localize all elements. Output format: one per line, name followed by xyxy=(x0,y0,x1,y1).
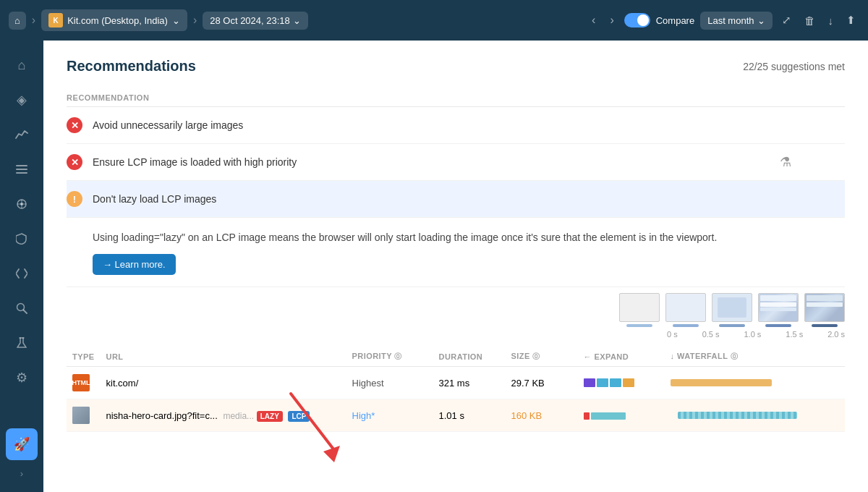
error-icon-2: ✕ xyxy=(67,154,82,170)
th-duration: DURATION xyxy=(433,347,506,367)
rec-icon-2: ✕ xyxy=(67,144,93,181)
last-month-selector[interactable]: Last month ⌄ xyxy=(700,12,772,30)
sidebar-item-performance[interactable] xyxy=(6,119,38,150)
size-help-icon: ⓪ xyxy=(532,352,540,360)
resource-priority-1: Highest xyxy=(346,367,433,399)
sidebar-item-list[interactable] xyxy=(6,153,38,185)
media-label: media... xyxy=(223,411,254,421)
nav-prev-button[interactable]: ‹ xyxy=(587,11,600,30)
svg-line-8 xyxy=(24,310,27,314)
flask-header xyxy=(780,89,845,107)
recommendations-table: RECOMMENDATION ✕ Avoid unnecessarily lar… xyxy=(67,89,845,218)
thumb-5 xyxy=(804,293,845,327)
waterfall-bar-2-fill xyxy=(678,412,797,419)
sidebar-item-layers[interactable]: ◈ xyxy=(6,84,38,116)
date-selector[interactable]: 28 Oct 2024, 23:18 ⌄ xyxy=(203,12,308,30)
sidebar-expand[interactable]: › xyxy=(6,463,38,483)
sidebar-item-lab[interactable] xyxy=(6,327,38,359)
rec-text-1: Avoid unnecessarily large images xyxy=(93,107,780,144)
suggestions-met: 22/25 suggestions met xyxy=(743,61,845,72)
thumb-bar-5 xyxy=(812,324,838,327)
time-0s: 0 s xyxy=(667,330,678,339)
last-month-chevron: ⌄ xyxy=(757,15,765,26)
open-new-button[interactable]: ⤢ xyxy=(778,10,795,30)
error-icon-1: ✕ xyxy=(67,117,82,133)
resource-waterfall-2 xyxy=(665,399,846,432)
flask-icon: ⚗ xyxy=(780,155,791,169)
sidebar: ⌂ ◈ xyxy=(0,41,43,492)
home-button[interactable]: ⌂ xyxy=(9,12,26,30)
page-title: Recommendations xyxy=(67,58,196,75)
main-layout: ⌂ ◈ xyxy=(0,41,868,492)
resource-waterfall-1 xyxy=(665,367,846,399)
detail-text: Using loading="lazy" on an LCP image mea… xyxy=(93,229,744,245)
rec-row-3[interactable]: ! Don't lazy load LCP images xyxy=(67,181,845,218)
thumb-img-5 xyxy=(804,293,845,322)
date-label: 28 Oct 2024, 23:18 xyxy=(210,15,290,26)
separator-1: › xyxy=(32,14,35,27)
time-20s: 2.0 s xyxy=(827,330,845,339)
content-area: Recommendations 22/25 suggestions met RE… xyxy=(43,41,868,492)
bar-segments-1 xyxy=(584,378,659,387)
thumb-4 xyxy=(758,293,799,327)
resource-size-2: 160 KB xyxy=(506,399,578,432)
compare-toggle-track[interactable] xyxy=(624,13,650,27)
site-chevron: ⌄ xyxy=(172,15,180,26)
svg-rect-1 xyxy=(16,169,27,170)
bar-seg-1d xyxy=(623,378,634,387)
sidebar-item-home[interactable]: ⌂ xyxy=(6,49,38,81)
thumb-bar-2 xyxy=(673,324,699,327)
priority-help-icon: ⓪ xyxy=(394,352,401,360)
th-waterfall: ↓ WATERFALL ⓪ xyxy=(665,347,846,367)
html-icon: HTML xyxy=(72,374,90,391)
trash-button[interactable]: 🗑 xyxy=(801,11,819,30)
sidebar-item-settings[interactable]: ⚙ xyxy=(6,362,38,394)
learn-more-button[interactable]: → Learn more. xyxy=(93,254,176,275)
nav-next-button[interactable]: › xyxy=(605,11,618,30)
resource-table: TYPE URL PRIORITY ⓪ DURATION xyxy=(67,347,845,432)
sidebar-item-code[interactable] xyxy=(6,258,38,289)
time-scale: 0 s 0.5 s 1.0 s 1.5 s 2.0 s xyxy=(67,327,845,344)
bar-seg-2a xyxy=(584,412,590,420)
rec-icon-1: ✕ xyxy=(67,107,93,144)
time-05s: 0.5 s xyxy=(702,330,720,339)
waterfall-bar-2 xyxy=(671,410,801,420)
share-button[interactable]: ⬆ xyxy=(843,10,859,30)
thumb-img-4 xyxy=(758,293,799,322)
lazy-badge: LAZY xyxy=(257,411,283,422)
rec-action-1 xyxy=(780,107,845,144)
download-button[interactable]: ↓ xyxy=(825,11,838,30)
rec-text-2: Ensure LCP image is loaded with high pri… xyxy=(93,144,780,181)
resource-type-2 xyxy=(67,399,101,432)
resource-type-1: HTML xyxy=(67,367,101,399)
separator-2: › xyxy=(193,14,197,27)
sidebar-item-network[interactable] xyxy=(6,188,38,220)
resource-size-1: 29.7 KB xyxy=(506,367,578,399)
waterfall-thumbnails xyxy=(67,287,845,327)
resource-row-1[interactable]: HTML kit.com/ Highest 321 ms 29.7 KB xyxy=(67,367,845,399)
th-url: URL xyxy=(101,347,346,367)
thumb-2 xyxy=(665,293,706,327)
learn-more-label: → Learn more. xyxy=(103,259,166,270)
thumb-img-2 xyxy=(665,293,706,322)
compare-toggle: Compare xyxy=(624,13,694,27)
topbar: ⌂ › K Kit.com (Desktop, India) ⌄ › 28 Oc… xyxy=(0,0,868,41)
sidebar-item-security[interactable] xyxy=(6,223,38,255)
resource-url-1: kit.com/ xyxy=(101,367,346,399)
waterfall-bar-1 xyxy=(671,378,801,388)
rec-row-1[interactable]: ✕ Avoid unnecessarily large images xyxy=(67,107,845,144)
sidebar-item-search[interactable] xyxy=(6,292,38,324)
rec-icon-3: ! xyxy=(67,181,93,218)
th-type: TYPE xyxy=(67,347,101,367)
th-priority: PRIORITY ⓪ xyxy=(346,347,433,367)
bar-seg-1b xyxy=(597,378,608,387)
site-icon: K xyxy=(48,13,63,27)
rec-text-3: Don't lazy load LCP images xyxy=(93,181,845,218)
sidebar-item-rocket[interactable]: 🚀 xyxy=(6,428,38,460)
resource-row-2[interactable]: nisha-hero-card.jpg?fit=c... media... LA… xyxy=(67,399,845,432)
time-10s: 1.0 s xyxy=(744,330,761,339)
site-selector[interactable]: K Kit.com (Desktop, India) ⌄ xyxy=(41,9,187,31)
svg-rect-2 xyxy=(16,172,27,174)
waterfall-bar-1-fill xyxy=(671,379,772,386)
rec-row-2[interactable]: ✕ Ensure LCP image is loaded with high p… xyxy=(67,144,845,181)
